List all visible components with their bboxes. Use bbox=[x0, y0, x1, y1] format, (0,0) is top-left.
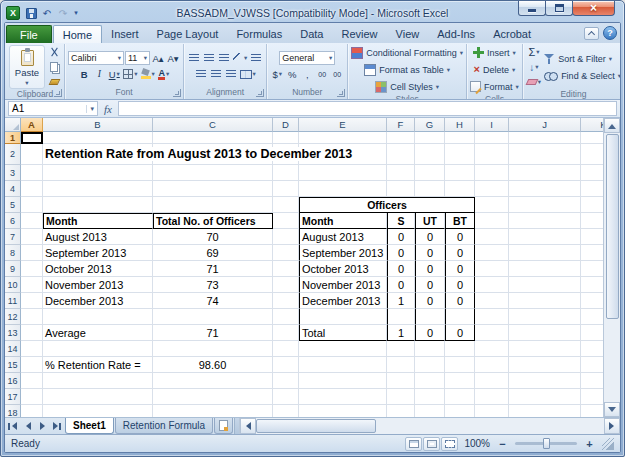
cell-G17[interactable] bbox=[415, 389, 445, 405]
cell-J7[interactable] bbox=[509, 229, 581, 245]
align-center-button[interactable] bbox=[209, 67, 223, 81]
cell-G6[interactable]: UT bbox=[415, 213, 445, 229]
cell-F7[interactable]: 0 bbox=[387, 229, 415, 245]
cell-C7[interactable]: 70 bbox=[153, 229, 273, 245]
cell-A4[interactable] bbox=[21, 181, 43, 197]
cell-A1[interactable] bbox=[21, 132, 43, 144]
cell-F4[interactable] bbox=[387, 181, 415, 197]
column-header-C[interactable]: C bbox=[153, 118, 273, 132]
cell-C4[interactable] bbox=[153, 181, 273, 197]
cell-G1[interactable] bbox=[415, 132, 445, 144]
cell-J15[interactable] bbox=[509, 357, 581, 373]
close-button[interactable]: × bbox=[572, 1, 615, 16]
prev-sheet-button[interactable] bbox=[20, 418, 35, 434]
cell-B12[interactable] bbox=[43, 309, 153, 325]
save-button[interactable] bbox=[24, 6, 38, 20]
cell-B4[interactable] bbox=[43, 181, 153, 197]
cell-H4[interactable] bbox=[445, 181, 475, 197]
cell-E12[interactable] bbox=[299, 309, 387, 325]
comma-style-button[interactable]: , bbox=[300, 67, 314, 81]
copy-button[interactable] bbox=[47, 60, 61, 74]
row-header-12[interactable]: 12 bbox=[5, 309, 21, 325]
cell-H12[interactable] bbox=[445, 309, 475, 325]
cell-A7[interactable] bbox=[21, 229, 43, 245]
cell-H3[interactable] bbox=[445, 165, 475, 181]
column-header-I[interactable]: I bbox=[475, 118, 509, 132]
cut-button[interactable] bbox=[47, 45, 61, 59]
tab-data[interactable]: Data bbox=[291, 25, 332, 43]
cell-J4[interactable] bbox=[509, 181, 581, 197]
name-box[interactable]: A1▾ bbox=[8, 101, 98, 116]
minimize-button[interactable] bbox=[518, 1, 546, 16]
column-header-E[interactable]: E bbox=[299, 118, 387, 132]
tab-home[interactable]: Home bbox=[53, 25, 102, 43]
cell-C18[interactable] bbox=[153, 405, 273, 417]
cell-K7[interactable] bbox=[581, 229, 603, 245]
cell-I6[interactable] bbox=[475, 213, 509, 229]
align-top-button[interactable] bbox=[187, 51, 201, 65]
cell-C11[interactable]: 74 bbox=[153, 293, 273, 309]
cell-A13[interactable] bbox=[21, 325, 43, 341]
cell-J2[interactable] bbox=[509, 144, 581, 165]
cell-F16[interactable] bbox=[387, 373, 415, 389]
cell-J17[interactable] bbox=[509, 389, 581, 405]
shrink-font-button[interactable]: A▾ bbox=[166, 51, 180, 65]
page-layout-view-button[interactable] bbox=[423, 437, 440, 451]
cell-E1[interactable] bbox=[299, 132, 387, 144]
cell-H17[interactable] bbox=[445, 389, 475, 405]
cell-D10[interactable] bbox=[273, 277, 299, 293]
cell-E7[interactable]: August 2013 bbox=[299, 229, 387, 245]
normal-view-button[interactable] bbox=[405, 437, 422, 451]
borders-button[interactable]: ▾ bbox=[122, 67, 138, 81]
cell-F10[interactable]: 0 bbox=[387, 277, 415, 293]
cell-I14[interactable] bbox=[475, 341, 509, 357]
horizontal-scroll-thumb[interactable] bbox=[256, 419, 376, 433]
maximize-button[interactable] bbox=[545, 1, 573, 16]
cell-B5[interactable] bbox=[43, 197, 153, 213]
scroll-up-button[interactable] bbox=[604, 118, 620, 133]
zoom-level[interactable]: 100% bbox=[464, 438, 490, 449]
cell-C9[interactable]: 71 bbox=[153, 261, 273, 277]
cell-A11[interactable] bbox=[21, 293, 43, 309]
zoom-in-button[interactable]: + bbox=[583, 438, 596, 450]
row-header-3[interactable]: 3 bbox=[5, 165, 21, 181]
row-header-16[interactable]: 16 bbox=[5, 373, 21, 389]
cell-K13[interactable] bbox=[581, 325, 603, 341]
column-header-G[interactable]: G bbox=[415, 118, 445, 132]
cell-B18[interactable] bbox=[43, 405, 153, 417]
row-header-1[interactable]: 1 bbox=[5, 132, 21, 144]
cell-K12[interactable] bbox=[581, 309, 603, 325]
format-as-table-button[interactable]: Format as Table▾ bbox=[364, 62, 450, 77]
cell-F18[interactable] bbox=[387, 405, 415, 417]
row-header-4[interactable]: 4 bbox=[5, 181, 21, 197]
row-header-17[interactable]: 17 bbox=[5, 389, 21, 405]
cell-E10[interactable]: November 2013 bbox=[299, 277, 387, 293]
align-right-button[interactable] bbox=[224, 67, 238, 81]
cell-K11[interactable] bbox=[581, 293, 603, 309]
cell-H14[interactable] bbox=[445, 341, 475, 357]
cell-K15[interactable] bbox=[581, 357, 603, 373]
orientation-button[interactable]: ▾ bbox=[232, 51, 248, 65]
tab-review[interactable]: Review bbox=[332, 25, 386, 43]
cell-A6[interactable] bbox=[21, 213, 43, 229]
align-middle-button[interactable] bbox=[202, 51, 216, 65]
fill-color-button[interactable]: ▾ bbox=[140, 67, 156, 81]
column-header-F[interactable]: F bbox=[387, 118, 415, 132]
cell-A5[interactable] bbox=[21, 197, 43, 213]
cell-D11[interactable] bbox=[273, 293, 299, 309]
cell-I2[interactable] bbox=[475, 144, 509, 165]
paste-button[interactable]: Paste ▾ bbox=[9, 45, 45, 89]
cell-A3[interactable] bbox=[21, 165, 43, 181]
row-header-5[interactable]: 5 bbox=[5, 197, 21, 213]
cell-G11[interactable]: 0 bbox=[415, 293, 445, 309]
page-break-view-button[interactable] bbox=[441, 437, 458, 451]
cell-G9[interactable]: 0 bbox=[415, 261, 445, 277]
cell-H2[interactable] bbox=[445, 144, 475, 165]
cell-B16[interactable] bbox=[43, 373, 153, 389]
font-color-button[interactable]: A▾ bbox=[157, 67, 171, 81]
cell-H10[interactable]: 0 bbox=[445, 277, 475, 293]
sort-filter-button[interactable]: Sort & Filter▾ bbox=[544, 51, 620, 66]
cell-D9[interactable] bbox=[273, 261, 299, 277]
cell-I3[interactable] bbox=[475, 165, 509, 181]
cell-H13[interactable]: 0 bbox=[445, 325, 475, 341]
